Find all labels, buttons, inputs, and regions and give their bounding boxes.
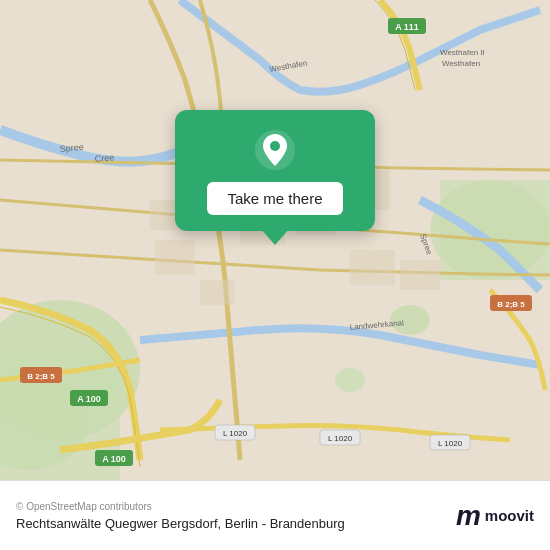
moovit-logo: m moovit xyxy=(456,500,534,532)
svg-text:A 100: A 100 xyxy=(77,394,101,404)
svg-text:B 2;B 5: B 2;B 5 xyxy=(497,300,525,309)
copyright-text: © OpenStreetMap contributors xyxy=(16,501,345,512)
svg-text:Spree: Spree xyxy=(59,142,84,154)
location-info: © OpenStreetMap contributors Rechtsanwäl… xyxy=(16,501,345,531)
svg-point-42 xyxy=(270,141,280,151)
svg-text:A 111: A 111 xyxy=(395,22,419,32)
svg-rect-15 xyxy=(200,280,235,305)
svg-text:Cree: Cree xyxy=(94,152,114,164)
svg-text:L 1020: L 1020 xyxy=(328,434,353,443)
svg-text:B 2;B 5: B 2;B 5 xyxy=(27,372,55,381)
svg-rect-14 xyxy=(155,240,195,275)
svg-rect-17 xyxy=(400,260,440,290)
popup-card: Take me there xyxy=(175,110,375,231)
svg-rect-16 xyxy=(350,250,395,285)
svg-text:L 1020: L 1020 xyxy=(223,429,248,438)
moovit-logo-m: m xyxy=(456,500,481,532)
svg-text:A 100: A 100 xyxy=(102,454,126,464)
svg-text:Westhafen II: Westhafen II xyxy=(440,48,485,57)
moovit-logo-text: moovit xyxy=(485,507,534,524)
place-name: Rechtsanwälte Quegwer Bergsdorf, Berlin … xyxy=(16,516,345,531)
svg-point-7 xyxy=(335,368,365,392)
svg-text:Westhafen: Westhafen xyxy=(442,59,480,68)
info-bar: © OpenStreetMap contributors Rechtsanwäl… xyxy=(0,480,550,550)
svg-text:L 1020: L 1020 xyxy=(438,439,463,448)
take-me-there-button[interactable]: Take me there xyxy=(207,182,342,215)
location-pin-icon xyxy=(255,130,295,170)
svg-rect-5 xyxy=(440,180,550,280)
